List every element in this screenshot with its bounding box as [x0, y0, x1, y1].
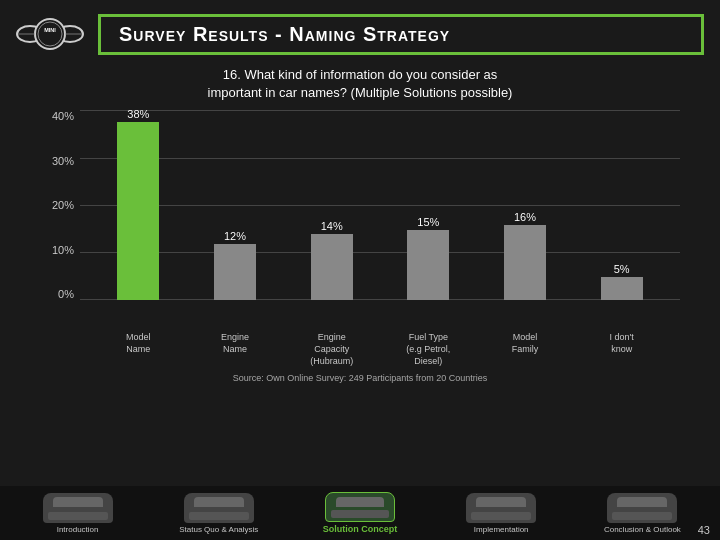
- bar-engine-name: 12%: [187, 230, 284, 300]
- y-label-0: 0%: [58, 288, 74, 300]
- nav-label-status-quo: Status Quo & Analysis: [179, 525, 258, 534]
- question-text: 16. What kind of information do you cons…: [40, 66, 680, 102]
- nav-car-conclusion: [607, 493, 677, 523]
- page-title: Survey Results - Naming Strategy: [119, 23, 683, 46]
- bar-rect-6: [601, 277, 643, 300]
- label-engine-name: EngineName: [187, 332, 284, 367]
- nav-label-conclusion: Conclusion & Outlook: [604, 525, 681, 534]
- svg-point-3: [38, 22, 62, 46]
- nav-label-implementation: Implementation: [474, 525, 529, 534]
- nav-car-solution-concept: [325, 492, 395, 522]
- bars-container: 38% 12% 14% 15%: [80, 110, 680, 300]
- nav-car-implementation: [466, 493, 536, 523]
- bar-rect-1: [117, 122, 159, 300]
- nav-status-quo[interactable]: Status Quo & Analysis: [151, 493, 286, 534]
- bar-model-name: 38%: [90, 108, 187, 300]
- footer-nav: Introduction Status Quo & Analysis Solut…: [0, 486, 720, 540]
- logo-area: MINI: [16, 10, 84, 58]
- main-content: 16. What kind of information do you cons…: [0, 64, 720, 383]
- bar-pct-6: 5%: [614, 263, 630, 275]
- bar-dont-know: 5%: [573, 263, 670, 300]
- nav-car-status-quo: [184, 493, 254, 523]
- nav-label-introduction: Introduction: [57, 525, 99, 534]
- nav-implementation[interactable]: Implementation: [434, 493, 569, 534]
- bar-pct-5: 16%: [514, 211, 536, 223]
- bar-labels: ModelName EngineName EngineCapacity(Hubr…: [80, 330, 680, 369]
- x-axis-labels: [80, 300, 680, 330]
- chart-area: 38% 12% 14% 15%: [80, 110, 680, 330]
- bar-rect-5: [504, 225, 546, 300]
- bar-pct-3: 14%: [321, 220, 343, 232]
- nav-conclusion[interactable]: Conclusion & Outlook: [575, 493, 710, 534]
- bar-rect-2: [214, 244, 256, 300]
- y-axis: 0% 10% 20% 30% 40%: [40, 110, 80, 300]
- mini-logo: MINI: [16, 10, 84, 58]
- svg-text:MINI: MINI: [44, 27, 56, 33]
- title-box: Survey Results - Naming Strategy: [98, 14, 704, 55]
- y-label-20: 20%: [52, 199, 74, 211]
- bar-pct-4: 15%: [417, 216, 439, 228]
- bar-pct-1: 38%: [127, 108, 149, 120]
- bar-rect-3: [311, 234, 353, 300]
- bar-rect-4: [407, 230, 449, 300]
- nav-label-solution-concept: Solution Concept: [323, 524, 398, 534]
- nav-solution-concept[interactable]: Solution Concept: [292, 492, 427, 534]
- y-label-30: 30%: [52, 155, 74, 167]
- bar-fuel-type: 15%: [380, 216, 477, 300]
- nav-car-introduction: [43, 493, 113, 523]
- source-text: Source: Own Online Survey: 249 Participa…: [40, 373, 680, 383]
- label-engine-capacity: EngineCapacity(Hubraum): [283, 332, 380, 367]
- y-label-40: 40%: [52, 110, 74, 122]
- label-dont-know: I don'tknow: [573, 332, 670, 367]
- label-fuel-type: Fuel Type(e.g Petrol,Diesel): [380, 332, 477, 367]
- label-model-family: ModelFamily: [477, 332, 574, 367]
- bar-model-family: 16%: [477, 211, 574, 300]
- page-number: 43: [698, 524, 710, 536]
- label-model-name: ModelName: [90, 332, 187, 367]
- bar-pct-2: 12%: [224, 230, 246, 242]
- nav-introduction[interactable]: Introduction: [10, 493, 145, 534]
- bar-engine-capacity: 14%: [283, 220, 380, 300]
- bar-chart: 0% 10% 20% 30% 40% 38%: [40, 110, 680, 330]
- header: MINI Survey Results - Naming Strategy: [0, 0, 720, 64]
- y-label-10: 10%: [52, 244, 74, 256]
